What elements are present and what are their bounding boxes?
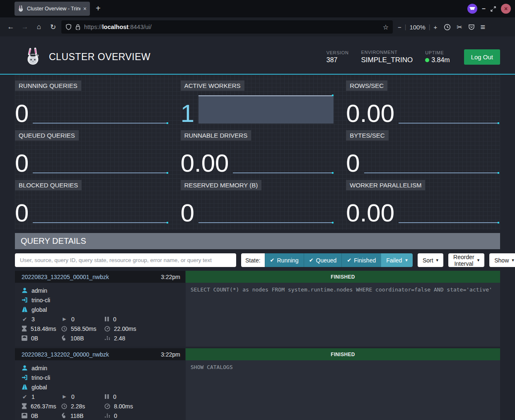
stat-value: 0 bbox=[346, 151, 360, 177]
cumulative-memory-icon bbox=[61, 413, 67, 419]
parallelism-icon bbox=[104, 413, 110, 418]
sparkline-dot bbox=[167, 122, 168, 124]
sparkline bbox=[399, 194, 499, 223]
query-row: 20220823_132202_00000_nwbzk 3:22pm FINIS… bbox=[15, 348, 500, 420]
sparkline-dot bbox=[498, 172, 499, 174]
version-label: VERSION bbox=[326, 50, 349, 55]
forward-icon[interactable]: → bbox=[19, 23, 31, 31]
stat-label: BYTES/SEC bbox=[346, 130, 388, 141]
completed-splits-icon: ✔ bbox=[22, 316, 28, 323]
show-dropdown[interactable]: Show ▾ bbox=[489, 253, 515, 267]
sparkline bbox=[233, 144, 334, 173]
resource-group-icon bbox=[22, 306, 28, 313]
caret-down-icon: ▾ bbox=[477, 257, 480, 263]
caret-down-icon: ▾ bbox=[512, 257, 514, 263]
zoom-in-icon[interactable]: + bbox=[433, 24, 437, 31]
check-icon: ✔ bbox=[347, 257, 351, 263]
window-restore-button[interactable] bbox=[490, 6, 496, 12]
sparkline-dot bbox=[498, 222, 499, 223]
queued-splits: 0 bbox=[113, 393, 116, 400]
stat-card-reserved-memory: RESERVED MEMORY (B) 0 bbox=[181, 180, 335, 226]
query-state-badge: FINISHED bbox=[186, 348, 500, 360]
bookmark-star-icon[interactable]: ☆ bbox=[383, 23, 389, 31]
wall-time: 518.48ms bbox=[31, 325, 56, 332]
pocket-icon[interactable] bbox=[468, 24, 475, 30]
browser-navbar: ← → ⌂ ↻ https://localhost:8443/ui/ ☆ − |… bbox=[0, 17, 515, 36]
reload-icon[interactable]: ↻ bbox=[47, 23, 59, 32]
current-memory: 0B bbox=[31, 413, 38, 419]
running-splits: 0 bbox=[71, 316, 75, 323]
filter-queued-button[interactable]: ✔ Queued bbox=[304, 253, 342, 267]
stat-value: 0 bbox=[15, 151, 29, 177]
url-text: https://localhost:8443/ui/ bbox=[84, 24, 380, 30]
stat-value[interactable]: 1 bbox=[181, 102, 194, 127]
stat-label: BLOCKED QUERIES bbox=[15, 180, 82, 190]
cpu-time-icon bbox=[104, 326, 110, 332]
filter-running-button[interactable]: ✔ Running bbox=[265, 253, 304, 267]
connection-lock-icon[interactable] bbox=[75, 24, 81, 30]
stat-label: RUNNING QUERIES bbox=[15, 80, 81, 91]
new-tab-button[interactable]: + bbox=[96, 4, 101, 13]
environment-value: SIMPLE_TRINO bbox=[361, 56, 413, 64]
stat-label: QUEUED QUERIES bbox=[15, 130, 79, 141]
filter-failed-dropdown[interactable]: Failed ▾ bbox=[381, 253, 413, 267]
version-stat: VERSION 387 bbox=[326, 50, 349, 64]
stat-card-blocked-queries: BLOCKED QUERIES 0 bbox=[15, 180, 169, 226]
reorder-interval-dropdown[interactable]: Reorder Interval ▾ bbox=[448, 253, 484, 267]
query-user: admin bbox=[31, 287, 47, 294]
tracking-shield-icon[interactable] bbox=[65, 24, 72, 30]
separator: | bbox=[405, 24, 406, 30]
sparkline bbox=[33, 194, 168, 223]
query-list: 20220823_132205_00001_nwbzk 3:22pm FINIS… bbox=[15, 271, 500, 420]
filter-finished-button[interactable]: ✔ Finished bbox=[341, 253, 381, 267]
back-icon[interactable]: ← bbox=[5, 23, 17, 31]
zoom-level[interactable]: 100% bbox=[409, 24, 425, 31]
stat-card-running-queries: RUNNING QUERIES 0 bbox=[15, 80, 169, 127]
sparkline-dot bbox=[332, 172, 334, 174]
sparkline bbox=[399, 95, 499, 124]
cpu-time: 22.00ms bbox=[114, 325, 136, 332]
menu-icon[interactable]: ≡ bbox=[481, 22, 486, 32]
query-search-input[interactable] bbox=[15, 253, 236, 267]
home-icon[interactable]: ⌂ bbox=[33, 23, 45, 31]
check-icon: ✔ bbox=[309, 257, 314, 263]
environment-label: ENVIRONMENT bbox=[361, 50, 413, 55]
query-row-header: 20220823_132202_00000_nwbzk 3:22pm bbox=[15, 348, 185, 360]
stat-card-worker-parallelism: WORKER PARALLELISM 0.00 bbox=[346, 180, 500, 226]
query-time: 3:22pm bbox=[161, 274, 180, 280]
url-bar[interactable]: https://localhost:8443/ui/ ☆ bbox=[61, 20, 393, 34]
current-memory-icon bbox=[22, 335, 27, 341]
trino-logo bbox=[25, 47, 41, 66]
current-memory: 0B bbox=[31, 335, 38, 342]
separator: | bbox=[429, 24, 430, 30]
version-value: 387 bbox=[326, 56, 349, 64]
window-close-button[interactable]: × bbox=[501, 4, 511, 14]
query-source: trino-cli bbox=[31, 374, 50, 381]
logout-button[interactable]: Log Out bbox=[464, 49, 500, 65]
query-meta-panel: admin trino-cli global ✔1 ▶0 0 626.37ms … bbox=[15, 360, 185, 420]
sparkline-dot bbox=[167, 222, 168, 223]
queued-splits-icon bbox=[104, 316, 109, 322]
sparkline-dot bbox=[332, 222, 334, 223]
running-splits-icon: ▶ bbox=[61, 394, 68, 399]
query-resource-group: global bbox=[31, 306, 47, 313]
query-id-link[interactable]: 20220823_132202_00000_nwbzk bbox=[22, 351, 109, 358]
query-id-link[interactable]: 20220823_132205_00001_nwbzk bbox=[22, 274, 109, 280]
stat-label: ROWS/SEC bbox=[346, 80, 387, 91]
caret-down-icon: ▾ bbox=[436, 257, 439, 263]
sparkline bbox=[33, 95, 168, 124]
screenshot-icon[interactable]: ✂ bbox=[457, 23, 462, 31]
sort-dropdown[interactable]: Sort ▾ bbox=[418, 253, 443, 267]
query-row-header: 20220823_132205_00001_nwbzk 3:22pm bbox=[15, 271, 185, 283]
trino-favicon bbox=[18, 5, 24, 12]
zoom-out-icon[interactable]: − bbox=[398, 24, 401, 31]
browser-tab[interactable]: Cluster Overview - Trino × bbox=[15, 2, 90, 16]
tab-close-icon[interactable]: × bbox=[83, 5, 87, 12]
history-clock-icon[interactable] bbox=[444, 24, 451, 31]
cpu-time: 8.00ms bbox=[114, 403, 133, 410]
source-icon bbox=[22, 297, 28, 303]
window-minimize-button[interactable]: – bbox=[482, 5, 486, 12]
stat-label: WORKER PARALLELISM bbox=[346, 180, 425, 190]
stat-value: 0 bbox=[15, 102, 29, 127]
cumulative-memory-icon bbox=[61, 335, 67, 341]
